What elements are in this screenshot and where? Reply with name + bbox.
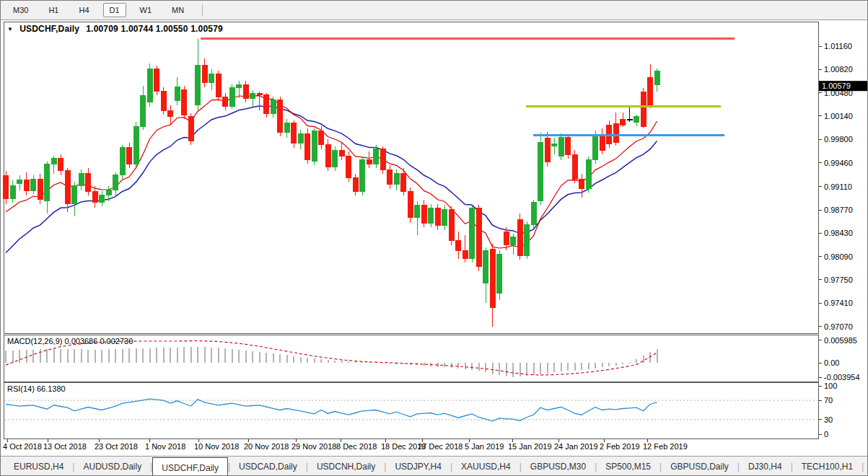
candle-body xyxy=(24,180,29,190)
candle-body xyxy=(175,87,180,100)
price-tick-label: 1.00140 xyxy=(824,112,853,120)
macd-indicator-label: MACD(12,26,9) 0.003686 0.002730 xyxy=(7,337,133,345)
date-label: 24 Jan 2019 xyxy=(554,442,598,451)
candle-body xyxy=(100,195,105,202)
candle-body xyxy=(613,123,618,143)
candle-body xyxy=(654,71,659,84)
rsi-tick-label: 70 xyxy=(824,396,833,405)
candle-body xyxy=(182,90,187,115)
candle-body xyxy=(497,255,502,294)
candle-body xyxy=(415,205,420,217)
candle-body xyxy=(305,134,310,160)
candle-body xyxy=(284,123,289,132)
candle-body xyxy=(463,250,468,258)
candle-body xyxy=(586,160,591,189)
candle-body xyxy=(449,209,454,241)
collapse-indicator-icon[interactable]: ▼ xyxy=(7,26,13,32)
price-tick-label: 0.99110 xyxy=(824,182,852,191)
candle-body xyxy=(271,100,276,113)
date-label: 1 Nov 2018 xyxy=(145,442,185,451)
chart-canvas[interactable]: 1.011601.008201.004801.001400.998000.994… xyxy=(1,1,868,476)
candle-body xyxy=(45,164,50,200)
candle-body xyxy=(312,131,317,162)
rsi-tick-label: 100 xyxy=(824,382,837,390)
macd-tick-label: -0.003954 xyxy=(824,373,860,382)
candle-body xyxy=(517,219,522,255)
price-tick-label: 0.97070 xyxy=(824,322,853,331)
tab-usdchf-daily[interactable]: USDCHF,Daily xyxy=(152,457,228,476)
candle-body xyxy=(353,177,358,191)
price-tick-label: 0.98090 xyxy=(824,252,853,261)
candle-body xyxy=(58,159,63,171)
candle-body xyxy=(264,94,269,113)
price-tick-label: 0.98430 xyxy=(824,229,853,237)
candle-body xyxy=(147,69,152,102)
candle-body xyxy=(538,142,543,201)
price-tick-label: 0.97750 xyxy=(824,276,853,284)
candle-body xyxy=(92,191,97,202)
price-tick-label: 0.98770 xyxy=(824,206,853,214)
candle-body xyxy=(319,131,324,145)
candle-body xyxy=(243,84,248,98)
candle-body xyxy=(202,66,207,83)
candle-body xyxy=(525,224,530,256)
candle-body xyxy=(229,88,234,107)
candle-body xyxy=(387,169,393,185)
candle-body xyxy=(154,69,159,91)
candle-body xyxy=(552,144,557,146)
candle-body xyxy=(278,100,283,133)
ma-fast-line xyxy=(6,96,657,248)
candle-body xyxy=(504,232,509,244)
date-label: 20 Nov 2018 xyxy=(244,442,289,451)
chart-title: ▼ USDCHF,Daily 1.00709 1.00744 1.00550 1… xyxy=(7,24,223,34)
candle-body xyxy=(421,205,426,223)
candle-body xyxy=(10,186,15,199)
date-label: 12 Feb 2019 xyxy=(643,442,688,451)
candle-body xyxy=(133,126,139,164)
candle-body xyxy=(113,175,118,190)
candle-body xyxy=(223,97,228,106)
candle-body xyxy=(408,191,413,217)
candle-body xyxy=(429,208,434,223)
rsi-indicator-label: RSI(14) 66.1380 xyxy=(7,384,66,393)
price-tick-label: 1.01160 xyxy=(824,42,852,50)
macd-tick-label: 0.005985 xyxy=(824,336,857,345)
candle-body xyxy=(196,66,201,105)
candle-body xyxy=(367,160,372,164)
candle-body xyxy=(339,150,344,156)
macd-tick-label: 0.00 xyxy=(824,358,839,367)
date-label: 13 Oct 2018 xyxy=(43,442,87,451)
candle-body xyxy=(79,174,84,186)
candle-body xyxy=(394,174,399,185)
date-label: 5 Jan 2019 xyxy=(465,442,504,451)
candle-body xyxy=(237,84,242,88)
mt4-window: M30H1H4D1W1MN ▼ USDCHF,Daily 1.00709 1.0… xyxy=(0,0,868,476)
rsi-panel-border xyxy=(4,383,819,439)
rsi-tick-label: 0 xyxy=(824,430,828,438)
candle-body xyxy=(470,208,475,258)
date-label: 2 Feb 2019 xyxy=(600,442,640,451)
date-label: 27 Dec 2018 xyxy=(418,442,463,451)
candle-body xyxy=(141,95,146,126)
candle-body xyxy=(593,136,598,160)
rsi-line xyxy=(6,399,657,421)
candle-body xyxy=(72,186,77,204)
candle-body xyxy=(161,92,166,111)
candle-body xyxy=(120,148,125,175)
candle-body xyxy=(558,137,564,157)
candle-body xyxy=(566,137,571,154)
candle-body xyxy=(483,250,488,283)
candle-body xyxy=(257,94,262,95)
candle-body xyxy=(435,208,440,226)
rsi-tick-label: 30 xyxy=(824,415,833,424)
candle-body xyxy=(600,136,605,151)
date-label: 10 Nov 2018 xyxy=(194,442,239,451)
date-label: 8 Dec 2018 xyxy=(336,442,377,451)
price-tick-label: 0.97410 xyxy=(824,299,853,307)
symbol-name: USDCHF,Daily xyxy=(19,24,79,34)
price-tick-label: 0.99800 xyxy=(824,135,853,144)
price-tick-label: 1.00820 xyxy=(824,65,853,74)
date-label: 4 Oct 2018 xyxy=(3,442,42,451)
candle-body xyxy=(17,180,22,183)
candle-body xyxy=(38,179,43,199)
